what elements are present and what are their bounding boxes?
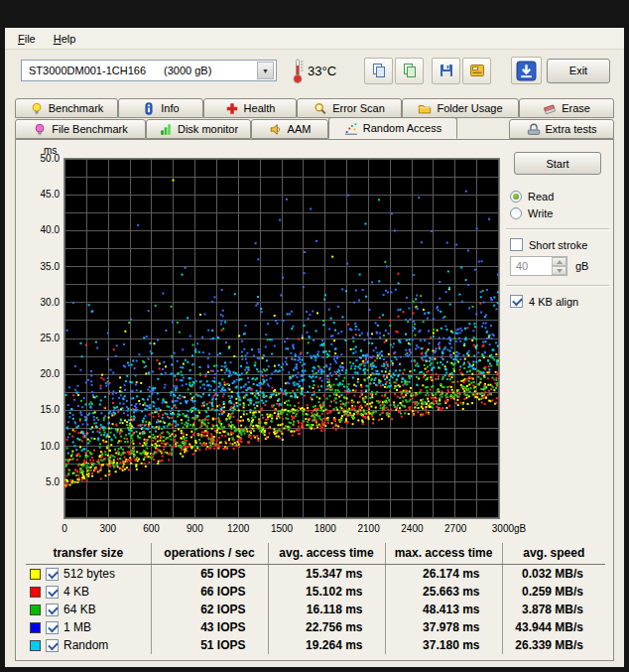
save-icon [439,63,454,78]
chevron-down-icon[interactable]: ▼ [257,62,274,79]
write-radio[interactable] [510,207,522,219]
max-access-time-value: 25.663 ms [385,583,502,601]
tab-health[interactable]: Health [203,98,297,118]
x-axis-tick-label: 300 [99,523,116,534]
read-radio-row[interactable]: Read [510,191,609,202]
operations-value: 66 IOPS [151,583,268,601]
x-axis-tick-label: 900 [187,523,203,534]
short-stroke-size-input[interactable]: 40 [510,256,567,276]
series-color-swatch [30,605,41,615]
short-stroke-checkbox[interactable] [510,238,523,251]
series-checkbox[interactable] [46,621,59,634]
tab-label: Benchmark [49,102,104,114]
series-label: 4 KB [63,585,89,599]
options-icon [469,63,485,78]
drive-name: ST3000DM001-1CH166 [29,65,146,76]
copy-green-icon [402,63,418,78]
series-checkbox[interactable] [46,604,59,616]
operations-value: 43 IOPS [151,618,268,636]
spinner-down-button[interactable] [552,266,566,275]
erase-icon [543,101,557,116]
update-download-button[interactable] [511,57,542,84]
results-table: transfer sizeoperations / secavg. access… [26,543,605,654]
column-header: avg. access time [268,543,385,565]
align-checkbox[interactable] [510,295,523,308]
copy-icon [371,63,387,78]
tab-extra-tests[interactable]: Extra tests [509,119,614,139]
lamp-icon [30,101,44,116]
short-stroke-size-value: 40 [511,257,552,275]
table-row: 64 KB62 IOPS16.118 ms48.413 ms3.878 MB/s [26,601,605,618]
tab-folder-usage[interactable]: Folder Usage [402,98,519,118]
avg-speed-value: 26.339 MB/s [502,636,605,654]
series-checkbox[interactable] [46,586,59,599]
align-row[interactable]: 4 KB align [510,295,609,308]
series-checkbox[interactable] [46,568,59,581]
x-axis-tick-label: 2400 [401,523,423,534]
menu-file[interactable]: File [9,30,45,48]
operations-value: 65 IOPS [151,565,268,584]
y-axis-tick-label: 5.0 [28,476,60,487]
y-axis-tick-label: 25.0 [28,333,60,343]
random-access-panel: ms 5.010.015.020.025.030.035.040.045.050… [15,139,614,661]
short-stroke-label: Short stroke [529,239,587,251]
start-button[interactable]: Start [514,152,601,175]
tab-label: Erase [562,102,590,114]
copy-screenshot-button[interactable] [364,58,393,84]
x-axis-tick-label: 1200 [227,523,249,534]
x-axis-tick-label: 0 [62,523,67,534]
x-axis-tick-label: 2100 [357,523,379,534]
operations-value: 51 IOPS [151,636,268,654]
tab-info[interactable]: Info [118,98,203,118]
tab-label: Info [161,102,179,114]
menu-help[interactable]: Help [45,30,85,48]
write-radio-row[interactable]: Write [510,207,609,219]
x-axis-tick-label: 2700 [444,523,466,534]
tab-aam[interactable]: AAM [251,119,328,139]
info-icon [142,101,156,116]
table-row: 4 KB66 IOPS15.102 ms25.663 ms0.259 MB/s [26,583,605,601]
y-axis-tick-label: 40.0 [28,224,60,235]
avg-access-time-value: 15.347 ms [268,565,385,584]
tab-erase[interactable]: Erase [519,98,614,118]
toolbar: ST3000DM001-1CH166 (3000 gB) ▼ 33°C Exit [5,50,624,91]
max-access-time-value: 37.978 ms [385,618,502,636]
save-screenshot-button[interactable] [432,58,460,84]
table-row: 512 bytes65 IOPS15.347 ms26.174 ms0.032 … [26,565,605,584]
y-axis-tick-label: 15.0 [28,404,60,415]
series-checkbox[interactable] [46,639,59,652]
read-radio[interactable] [510,191,522,202]
folder-icon [418,101,432,116]
avg-speed-value: 0.032 MB/s [502,565,605,584]
tab-error-scan[interactable]: Error Scan [297,98,402,118]
tab-row-1: BenchmarkInfoHealthError ScanFolder Usag… [5,97,624,118]
tab-random-access[interactable]: Random Access [328,117,457,139]
column-header: max. access time [385,543,502,565]
menu-bar: File Help [5,28,624,50]
y-axis-tick-label: 30.0 [28,297,60,308]
separator [506,228,609,230]
tab-benchmark[interactable]: Benchmark [15,98,118,118]
drive-selector[interactable]: ST3000DM001-1CH166 (3000 gB) ▼ [21,60,277,81]
x-axis-tick-label: 600 [143,523,160,534]
options-button[interactable] [462,58,491,84]
exit-button[interactable]: Exit [547,59,610,83]
series-color-swatch [30,622,41,633]
tab-label: Random Access [363,122,441,134]
copy-text-button[interactable] [395,58,424,84]
tab-row-2: File BenchmarkDisk monitorAAMRandom Acce… [5,118,624,139]
dots-icon [344,121,358,136]
temperature-icon [291,58,305,84]
health-icon [225,101,239,116]
series-label: 512 bytes [63,567,115,581]
write-label: Write [528,207,553,219]
bars-icon [159,122,173,137]
avg-access-time-value: 15.102 ms [268,583,385,601]
max-access-time-value: 26.174 ms [385,565,502,584]
tab-file-benchmark[interactable]: File Benchmark [15,119,146,139]
short-stroke-row[interactable]: Short stroke [510,238,609,251]
spinner-up-button[interactable] [552,257,566,266]
tab-disk-monitor[interactable]: Disk monitor [146,119,251,139]
series-label: 1 MB [63,620,91,634]
controls-panel: Start Read Write Short stroke 40 [506,148,609,313]
